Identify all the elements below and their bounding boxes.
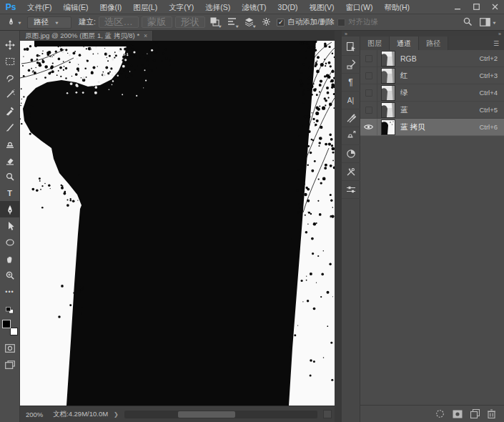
menu-layer[interactable]: 图层(L) <box>127 0 163 14</box>
menu-edit[interactable]: 编辑(E) <box>57 0 94 14</box>
document-size: 文档:4.29M/10.0M <box>53 410 108 419</box>
menu-help[interactable]: 帮助(H) <box>379 0 416 14</box>
panel-menu-icon[interactable]: ☰ <box>488 36 504 50</box>
channel-name: 绿 <box>400 88 408 98</box>
lasso-tool[interactable] <box>0 69 20 86</box>
hand-tool[interactable] <box>0 250 20 267</box>
menu-window[interactable]: 窗口(W) <box>340 0 379 14</box>
channel-name: 蓝 拷贝 <box>400 122 425 132</box>
menu-3d[interactable]: 3D(D) <box>272 0 304 14</box>
make-label: 建立: <box>79 17 96 27</box>
minimize-icon[interactable] <box>448 0 467 14</box>
path-operations-icon[interactable]: ▼ <box>208 16 222 29</box>
search-icon[interactable] <box>463 16 473 28</box>
visibility-toggle[interactable] <box>360 67 377 84</box>
tab-channels[interactable]: 通道 <box>390 36 419 50</box>
foreground-color-swatch[interactable] <box>2 320 11 328</box>
quick-mask-icon[interactable] <box>0 340 20 356</box>
make-mask-button[interactable]: 蒙版 <box>142 16 172 28</box>
auto-add-delete-checkbox[interactable]: ✓ <box>277 19 285 26</box>
channel-row-rgb[interactable]: RGB Ctrl+2 <box>360 50 504 67</box>
visibility-toggle[interactable] <box>360 84 377 102</box>
dodge-tool[interactable] <box>0 168 20 185</box>
type-tool[interactable]: T <box>0 185 20 201</box>
tool-preset-picker[interactable]: ▼ <box>4 17 24 28</box>
move-tool[interactable] <box>0 36 20 53</box>
character-icon[interactable]: A| <box>342 92 360 109</box>
edit-toolbar[interactable]: ••• <box>0 283 20 300</box>
make-shape-button[interactable]: 形状 <box>175 16 206 28</box>
collapse-panels-icon[interactable]: » <box>345 31 347 36</box>
document-tab-bar: 原图.jpg @ 200% (图层 1, 蓝 拷贝/8) * × <box>20 31 335 41</box>
menu-image[interactable]: 图像(I) <box>94 0 127 14</box>
screen-mode-icon[interactable] <box>0 356 20 373</box>
styles-icon[interactable] <box>342 56 360 74</box>
scrollbar-thumb[interactable] <box>178 411 235 418</box>
brush-tool[interactable] <box>0 119 20 135</box>
workspace-icon[interactable]: ▼ <box>480 18 497 26</box>
channel-row-blue[interactable]: 蓝 Ctrl+5 <box>360 102 504 119</box>
navigator-icon[interactable] <box>342 145 360 163</box>
magic-wand-tool[interactable] <box>0 86 20 102</box>
menu-type[interactable]: 文字(Y) <box>163 0 199 14</box>
chevron-down-icon: ▼ <box>54 20 59 24</box>
clone-source-icon[interactable] <box>342 127 360 145</box>
close-icon[interactable] <box>485 0 504 14</box>
horizontal-scrollbar[interactable] <box>124 411 317 418</box>
menu-filter[interactable]: 滤镜(T) <box>236 0 272 14</box>
default-colors-icon[interactable] <box>6 304 14 317</box>
history-icon[interactable] <box>342 38 360 56</box>
menu-file[interactable]: 文件(F) <box>21 0 57 14</box>
tab-layers[interactable]: 图层 <box>360 36 390 50</box>
maximize-icon[interactable] <box>467 0 485 14</box>
channel-row-blue-copy[interactable]: 蓝 拷贝 Ctrl+6 <box>360 119 504 136</box>
load-selection-icon[interactable] <box>435 409 445 418</box>
color-swatches[interactable] <box>2 320 18 335</box>
align-edges-checkbox[interactable] <box>337 19 345 26</box>
eyedropper-tool[interactable] <box>0 102 20 119</box>
panel-dock: » » ¶ A| 图层 通道 <box>342 31 504 422</box>
delete-channel-icon[interactable] <box>488 409 495 418</box>
tool-mode-select[interactable]: 路径 ▼ <box>27 16 71 29</box>
dock-header: » » <box>342 31 504 36</box>
clone-stamp-tool[interactable] <box>0 135 20 152</box>
path-selection-tool[interactable] <box>0 217 20 234</box>
visibility-toggle[interactable] <box>360 50 377 67</box>
tab-paths[interactable]: 路径 <box>419 36 448 50</box>
channel-thumbnail <box>382 69 395 83</box>
background-color-swatch[interactable] <box>10 328 18 335</box>
document-tab[interactable]: 原图.jpg @ 200% (图层 1, 蓝 拷贝/8) * × <box>20 31 153 41</box>
menu-view[interactable]: 视图(V) <box>304 0 340 14</box>
new-channel-icon[interactable] <box>470 409 480 418</box>
adjustments-icon[interactable] <box>342 181 360 199</box>
gear-icon[interactable] <box>260 16 274 29</box>
save-selection-as-channel-icon[interactable] <box>453 410 463 418</box>
tools-panel: T ••• <box>0 31 20 422</box>
zoom-tool[interactable] <box>0 267 20 283</box>
align-edges-label: 对齐边缘 <box>348 17 378 27</box>
zoom-level[interactable]: 200% <box>26 411 47 418</box>
path-arrangement-icon[interactable]: ▼ <box>242 16 257 29</box>
channel-name: 红 <box>400 71 408 81</box>
status-popup-icon[interactable]: ❯ <box>114 411 119 418</box>
channel-row-red[interactable]: 红 Ctrl+3 <box>360 67 504 84</box>
scrollbar-corner <box>323 410 332 418</box>
make-selection-button[interactable]: 选区… <box>99 16 139 28</box>
channel-row-green[interactable]: 绿 Ctrl+4 <box>360 84 504 102</box>
pen-tool[interactable] <box>0 201 20 217</box>
menu-select[interactable]: 选择(S) <box>199 0 236 14</box>
ellipse-tool[interactable] <box>0 234 20 250</box>
canvas[interactable] <box>20 41 335 406</box>
visibility-toggle[interactable] <box>360 102 377 119</box>
close-icon[interactable]: × <box>144 32 147 39</box>
marquee-tool[interactable] <box>0 53 20 69</box>
tool-presets-icon[interactable] <box>342 163 360 181</box>
eraser-tool[interactable] <box>0 152 20 168</box>
collapse-panels-icon[interactable]: » <box>498 31 501 36</box>
path-alignment-icon[interactable]: ▼ <box>225 16 239 29</box>
visibility-toggle[interactable] <box>360 119 377 136</box>
brushes-icon[interactable] <box>342 109 360 127</box>
paragraph-icon[interactable]: ¶ <box>342 74 360 92</box>
window-controls <box>448 0 504 14</box>
channel-shortcut: Ctrl+6 <box>479 123 498 131</box>
